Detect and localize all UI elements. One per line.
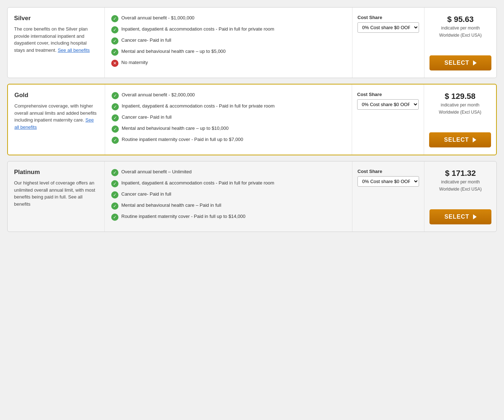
check-icon: ✓ — [112, 125, 119, 133]
benefit-item: ✓Cancer care- Paid in full — [111, 191, 346, 198]
benefit-item: ✓Inpatient, daypatient & accommodation c… — [111, 180, 346, 187]
plan-info-gold: GoldComprehensive coverage, with higher … — [8, 85, 105, 155]
price-region: Worldwide (Excl USA) — [439, 187, 482, 192]
price-label: indicative per month — [441, 102, 479, 108]
plan-info-platinum: PlatinumOur highest level of coverage of… — [8, 161, 105, 232]
benefit-item: ✓Cancer care- Paid in full — [112, 114, 345, 122]
price-top: $ 171.32indicative per monthWorldwide (E… — [439, 169, 482, 192]
check-icon: ✓ — [111, 180, 118, 187]
plan-card-gold: GoldComprehensive coverage, with higher … — [7, 84, 497, 155]
plan-card-silver: SilverThe core benefits on the Silver pl… — [7, 7, 497, 78]
check-icon: ✓ — [112, 92, 119, 99]
x-icon: ✕ — [111, 60, 118, 67]
benefit-text: Inpatient, daypatient & accommodation co… — [121, 26, 274, 32]
plan-card-platinum: PlatinumOur highest level of coverage of… — [7, 161, 497, 232]
plan-cost-share-platinum: Cost Share0% Cost share $0 OOP Max — [352, 161, 424, 232]
check-icon: ✓ — [112, 137, 119, 144]
price-amount: $ 171.32 — [445, 169, 476, 178]
benefit-text: Mental and behavioural health care – up … — [122, 125, 229, 132]
plan-cost-share-silver: Cost Share0% Cost share $0 OOP Max — [352, 8, 424, 78]
plan-description-gold: Comprehensive coverage, with higher over… — [14, 102, 98, 131]
plan-name-silver: Silver — [14, 15, 98, 22]
select-button-label: SELECT — [444, 214, 469, 220]
benefit-text: Inpatient, daypatient & accommodation co… — [121, 180, 274, 186]
benefit-text: Overall annual benefit - $1,000,000 — [121, 15, 194, 21]
cost-share-select[interactable]: 0% Cost share $0 OOP Max — [357, 22, 419, 33]
plan-price-section-platinum: $ 171.32indicative per monthWorldwide (E… — [424, 161, 496, 232]
benefit-text: Mental and behavioural health care – up … — [121, 48, 226, 55]
benefit-text: Mental and behavioural health care – Pai… — [121, 202, 221, 209]
benefit-text: Routine inpatient maternity cover - Paid… — [121, 213, 246, 220]
plan-name-gold: Gold — [14, 92, 98, 99]
check-icon: ✓ — [112, 114, 119, 122]
benefit-text: Inpatient, daypatient & accommodation co… — [122, 103, 275, 109]
price-amount: $ 95.63 — [447, 15, 473, 24]
plan-name-platinum: Platinum — [14, 169, 98, 176]
plan-benefits-silver: ✓Overall annual benefit - $1,000,000✓Inp… — [105, 8, 352, 78]
benefit-item: ✕No maternity — [111, 59, 346, 67]
check-icon: ✓ — [111, 26, 118, 33]
arrow-right-icon — [473, 60, 477, 65]
check-icon: ✓ — [111, 191, 118, 198]
price-top: $ 129.58indicative per monthWorldwide (E… — [439, 92, 481, 115]
price-label: indicative per month — [441, 26, 480, 31]
see-all-benefits-link-silver[interactable]: See all benefits — [58, 47, 90, 53]
benefit-text: Overall annual benefit - $2,000,000 — [122, 92, 195, 98]
benefit-item: ✓Routine inpatient maternity cover - Pai… — [112, 136, 345, 144]
benefit-item: ✓Overall annual benefit - $1,000,000 — [111, 15, 346, 22]
arrow-right-icon — [473, 214, 477, 219]
benefit-text: Overall annual benefit – Unlimited — [121, 169, 192, 175]
benefit-item: ✓Mental and behavioural health care – Pa… — [111, 202, 346, 210]
arrow-right-icon — [473, 137, 476, 142]
benefit-text: Cancer care- Paid in full — [122, 114, 172, 120]
check-icon: ✓ — [111, 169, 118, 176]
check-icon: ✓ — [111, 15, 118, 22]
check-icon: ✓ — [111, 202, 118, 210]
select-button-platinum[interactable]: SELECT — [429, 209, 491, 224]
benefit-item: ✓Overall annual benefit - $2,000,000 — [112, 92, 345, 99]
plan-benefits-gold: ✓Overall annual benefit - $2,000,000✓Inp… — [105, 85, 352, 155]
plan-price-section-silver: $ 95.63indicative per monthWorldwide (Ex… — [424, 8, 496, 78]
price-region: Worldwide (Excl USA) — [439, 33, 482, 38]
select-button-label: SELECT — [444, 60, 469, 66]
cost-share-select[interactable]: 0% Cost share $0 OOP Max — [357, 176, 419, 187]
select-button-gold[interactable]: SELECT — [429, 132, 491, 147]
price-label: indicative per month — [441, 179, 480, 184]
check-icon: ✓ — [111, 37, 118, 45]
benefit-text: Cancer care- Paid in full — [121, 191, 171, 197]
benefit-item: ✓Mental and behavioural health care – up… — [111, 48, 346, 56]
benefit-text: No maternity — [121, 59, 148, 66]
select-button-label: SELECT — [444, 137, 469, 143]
cost-share-label: Cost Share — [357, 169, 419, 174]
plan-description-platinum: Our highest level of coverage offers an … — [14, 179, 98, 207]
plan-cost-share-gold: Cost Share0% Cost share $0 OOP Max — [352, 85, 424, 155]
check-icon: ✓ — [111, 214, 118, 221]
plan-info-silver: SilverThe core benefits on the Silver pl… — [8, 8, 105, 78]
cost-share-label: Cost Share — [357, 15, 419, 20]
see-all-benefits-link-gold[interactable]: See all benefits — [14, 117, 94, 130]
plan-price-section-gold: $ 129.58indicative per monthWorldwide (E… — [424, 85, 496, 155]
benefit-text: Cancer care- Paid in full — [121, 37, 171, 44]
plan-benefits-platinum: ✓Overall annual benefit – Unlimited✓Inpa… — [105, 161, 352, 232]
cost-share-label: Cost Share — [357, 92, 419, 97]
check-icon: ✓ — [111, 49, 118, 56]
select-button-silver[interactable]: SELECT — [429, 55, 491, 70]
benefit-item: ✓Inpatient, daypatient & accommodation c… — [111, 26, 346, 33]
benefit-item: ✓Inpatient, daypatient & accommodation c… — [112, 103, 345, 110]
benefit-item: ✓Overall annual benefit – Unlimited — [111, 169, 346, 176]
benefit-item: ✓Routine inpatient maternity cover - Pai… — [111, 213, 346, 221]
benefit-item: ✓Cancer care- Paid in full — [111, 37, 346, 45]
price-top: $ 95.63indicative per monthWorldwide (Ex… — [439, 15, 482, 38]
plan-description-silver: The core benefits on the Silver plan pro… — [14, 26, 98, 54]
benefit-text: Routine inpatient maternity cover - Paid… — [122, 136, 243, 143]
cost-share-select[interactable]: 0% Cost share $0 OOP Max — [357, 99, 419, 110]
price-amount: $ 129.58 — [445, 92, 476, 101]
price-region: Worldwide (Excl USA) — [439, 110, 481, 115]
check-icon: ✓ — [112, 103, 119, 110]
benefit-item: ✓Mental and behavioural health care – up… — [112, 125, 345, 133]
